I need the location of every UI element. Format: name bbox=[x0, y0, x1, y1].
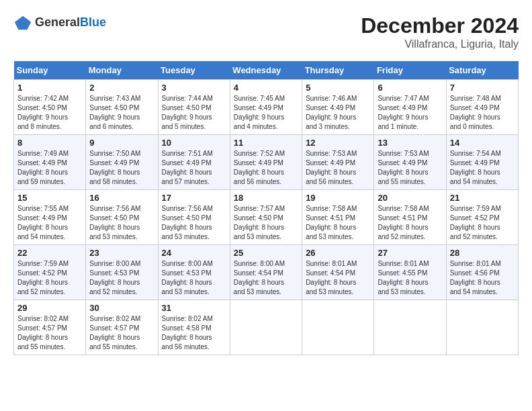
calendar-cell: 11Sunrise: 7:52 AM Sunset: 4:49 PM Dayli… bbox=[230, 135, 302, 190]
day-number: 14 bbox=[450, 138, 515, 148]
day-number: 9 bbox=[89, 138, 154, 148]
day-info: Sunrise: 8:00 AM Sunset: 4:53 PM Dayligh… bbox=[162, 259, 226, 297]
day-number: 20 bbox=[378, 193, 442, 203]
day-info: Sunrise: 7:58 AM Sunset: 4:51 PM Dayligh… bbox=[306, 204, 370, 242]
day-number: 31 bbox=[162, 303, 226, 313]
day-number: 2 bbox=[89, 83, 154, 93]
calendar-cell: 27Sunrise: 8:01 AM Sunset: 4:55 PM Dayli… bbox=[374, 245, 446, 300]
day-number: 22 bbox=[17, 248, 82, 258]
day-info: Sunrise: 7:55 AM Sunset: 4:49 PM Dayligh… bbox=[17, 204, 82, 242]
calendar-table: SundayMondayTuesdayWednesdayThursdayFrid… bbox=[13, 61, 519, 355]
calendar-cell: 1Sunrise: 7:42 AM Sunset: 4:50 PM Daylig… bbox=[14, 80, 86, 135]
day-info: Sunrise: 8:01 AM Sunset: 4:55 PM Dayligh… bbox=[378, 259, 442, 297]
calendar-cell bbox=[446, 300, 518, 355]
col-header-friday: Friday bbox=[374, 61, 446, 80]
col-header-monday: Monday bbox=[86, 61, 158, 80]
calendar-cell: 17Sunrise: 7:56 AM Sunset: 4:50 PM Dayli… bbox=[158, 190, 230, 245]
day-number: 11 bbox=[234, 138, 298, 148]
calendar-cell: 9Sunrise: 7:50 AM Sunset: 4:49 PM Daylig… bbox=[86, 135, 158, 190]
calendar-cell: 5Sunrise: 7:46 AM Sunset: 4:49 PM Daylig… bbox=[302, 80, 374, 135]
calendar-week-row: 29Sunrise: 8:02 AM Sunset: 4:57 PM Dayli… bbox=[14, 300, 519, 355]
day-info: Sunrise: 7:56 AM Sunset: 4:50 PM Dayligh… bbox=[162, 204, 226, 242]
col-header-wednesday: Wednesday bbox=[230, 61, 302, 80]
logo: GeneralBlue bbox=[13, 13, 106, 32]
day-info: Sunrise: 7:48 AM Sunset: 4:49 PM Dayligh… bbox=[450, 94, 515, 132]
calendar-cell: 22Sunrise: 7:59 AM Sunset: 4:52 PM Dayli… bbox=[14, 245, 86, 300]
calendar-cell: 23Sunrise: 8:00 AM Sunset: 4:53 PM Dayli… bbox=[86, 245, 158, 300]
calendar-week-row: 8Sunrise: 7:49 AM Sunset: 4:49 PM Daylig… bbox=[14, 135, 519, 190]
calendar-cell: 21Sunrise: 7:59 AM Sunset: 4:52 PM Dayli… bbox=[446, 190, 518, 245]
day-number: 21 bbox=[450, 193, 515, 203]
calendar-week-row: 22Sunrise: 7:59 AM Sunset: 4:52 PM Dayli… bbox=[14, 245, 519, 300]
day-number: 10 bbox=[162, 138, 226, 148]
calendar-cell: 12Sunrise: 7:53 AM Sunset: 4:49 PM Dayli… bbox=[302, 135, 374, 190]
location-subtitle: Villafranca, Liguria, Italy bbox=[361, 38, 519, 50]
calendar-cell: 16Sunrise: 7:56 AM Sunset: 4:50 PM Dayli… bbox=[86, 190, 158, 245]
day-info: Sunrise: 7:52 AM Sunset: 4:49 PM Dayligh… bbox=[234, 149, 298, 187]
day-number: 7 bbox=[450, 83, 515, 93]
day-number: 23 bbox=[89, 248, 154, 258]
calendar-cell: 3Sunrise: 7:44 AM Sunset: 4:50 PM Daylig… bbox=[158, 80, 230, 135]
day-info: Sunrise: 7:43 AM Sunset: 4:50 PM Dayligh… bbox=[89, 94, 154, 132]
day-number: 1 bbox=[17, 83, 82, 93]
day-info: Sunrise: 7:42 AM Sunset: 4:50 PM Dayligh… bbox=[17, 94, 82, 132]
page-header: GeneralBlue December 2024 Villafranca, L… bbox=[13, 13, 519, 50]
day-number: 19 bbox=[306, 193, 370, 203]
day-number: 16 bbox=[89, 193, 154, 203]
day-info: Sunrise: 7:54 AM Sunset: 4:49 PM Dayligh… bbox=[450, 149, 515, 187]
day-number: 12 bbox=[306, 138, 370, 148]
day-number: 15 bbox=[17, 193, 82, 203]
calendar-cell: 13Sunrise: 7:53 AM Sunset: 4:49 PM Dayli… bbox=[374, 135, 446, 190]
col-header-saturday: Saturday bbox=[446, 61, 518, 80]
calendar-cell: 29Sunrise: 8:02 AM Sunset: 4:57 PM Dayli… bbox=[14, 300, 86, 355]
day-number: 25 bbox=[234, 248, 298, 258]
day-info: Sunrise: 7:49 AM Sunset: 4:49 PM Dayligh… bbox=[17, 149, 82, 187]
day-number: 5 bbox=[306, 83, 370, 93]
calendar-cell bbox=[374, 300, 446, 355]
day-info: Sunrise: 8:01 AM Sunset: 4:54 PM Dayligh… bbox=[306, 259, 370, 297]
day-info: Sunrise: 7:59 AM Sunset: 4:52 PM Dayligh… bbox=[450, 204, 515, 242]
calendar-cell: 18Sunrise: 7:57 AM Sunset: 4:50 PM Dayli… bbox=[230, 190, 302, 245]
day-info: Sunrise: 8:02 AM Sunset: 4:58 PM Dayligh… bbox=[162, 314, 226, 352]
day-info: Sunrise: 7:47 AM Sunset: 4:49 PM Dayligh… bbox=[378, 94, 442, 132]
calendar-cell: 10Sunrise: 7:51 AM Sunset: 4:49 PM Dayli… bbox=[158, 135, 230, 190]
day-info: Sunrise: 8:01 AM Sunset: 4:56 PM Dayligh… bbox=[450, 259, 515, 297]
calendar-cell: 4Sunrise: 7:45 AM Sunset: 4:49 PM Daylig… bbox=[230, 80, 302, 135]
day-info: Sunrise: 7:50 AM Sunset: 4:49 PM Dayligh… bbox=[89, 149, 154, 187]
logo-text-blue: Blue bbox=[80, 15, 106, 29]
calendar-cell: 6Sunrise: 7:47 AM Sunset: 4:49 PM Daylig… bbox=[374, 80, 446, 135]
day-info: Sunrise: 7:57 AM Sunset: 4:50 PM Dayligh… bbox=[234, 204, 298, 242]
day-info: Sunrise: 7:45 AM Sunset: 4:49 PM Dayligh… bbox=[234, 94, 298, 132]
svg-marker-0 bbox=[15, 16, 31, 30]
day-number: 18 bbox=[234, 193, 298, 203]
day-number: 3 bbox=[162, 83, 226, 93]
day-number: 4 bbox=[234, 83, 298, 93]
day-info: Sunrise: 8:02 AM Sunset: 4:57 PM Dayligh… bbox=[17, 314, 82, 352]
day-info: Sunrise: 7:44 AM Sunset: 4:50 PM Dayligh… bbox=[162, 94, 226, 132]
day-number: 30 bbox=[89, 303, 154, 313]
col-header-thursday: Thursday bbox=[302, 61, 374, 80]
day-number: 13 bbox=[378, 138, 442, 148]
day-number: 17 bbox=[162, 193, 226, 203]
calendar-cell: 25Sunrise: 8:00 AM Sunset: 4:54 PM Dayli… bbox=[230, 245, 302, 300]
day-info: Sunrise: 7:56 AM Sunset: 4:50 PM Dayligh… bbox=[89, 204, 154, 242]
calendar-header-row: SundayMondayTuesdayWednesdayThursdayFrid… bbox=[14, 61, 519, 80]
logo-icon bbox=[13, 13, 32, 32]
day-info: Sunrise: 7:51 AM Sunset: 4:49 PM Dayligh… bbox=[162, 149, 226, 187]
day-number: 24 bbox=[162, 248, 226, 258]
day-number: 29 bbox=[17, 303, 82, 313]
col-header-sunday: Sunday bbox=[14, 61, 86, 80]
day-info: Sunrise: 8:02 AM Sunset: 4:57 PM Dayligh… bbox=[89, 314, 154, 352]
calendar-week-row: 1Sunrise: 7:42 AM Sunset: 4:50 PM Daylig… bbox=[14, 80, 519, 135]
month-title: December 2024 bbox=[361, 13, 519, 38]
calendar-cell: 31Sunrise: 8:02 AM Sunset: 4:58 PM Dayli… bbox=[158, 300, 230, 355]
calendar-cell: 8Sunrise: 7:49 AM Sunset: 4:49 PM Daylig… bbox=[14, 135, 86, 190]
calendar-cell: 26Sunrise: 8:01 AM Sunset: 4:54 PM Dayli… bbox=[302, 245, 374, 300]
calendar-week-row: 15Sunrise: 7:55 AM Sunset: 4:49 PM Dayli… bbox=[14, 190, 519, 245]
calendar-cell: 14Sunrise: 7:54 AM Sunset: 4:49 PM Dayli… bbox=[446, 135, 518, 190]
day-info: Sunrise: 8:00 AM Sunset: 4:53 PM Dayligh… bbox=[89, 259, 154, 297]
day-info: Sunrise: 7:58 AM Sunset: 4:51 PM Dayligh… bbox=[378, 204, 442, 242]
day-number: 26 bbox=[306, 248, 370, 258]
calendar-cell: 15Sunrise: 7:55 AM Sunset: 4:49 PM Dayli… bbox=[14, 190, 86, 245]
day-info: Sunrise: 7:46 AM Sunset: 4:49 PM Dayligh… bbox=[306, 94, 370, 132]
